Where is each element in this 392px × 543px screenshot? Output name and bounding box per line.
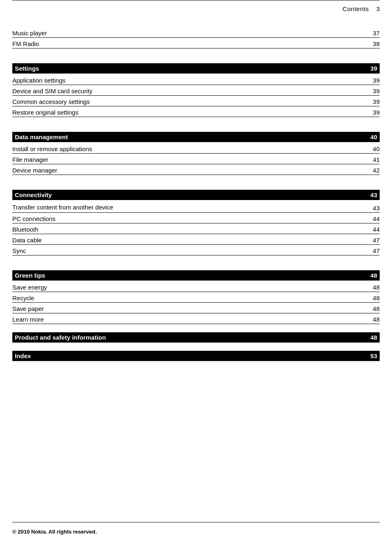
toc-entry: Data cable 47 [12,235,380,245]
toc-entry-label: Application settings [12,77,369,84]
footer-text: © 2010 Nokia. All rights reserved. [12,529,97,535]
toc-entry-label: Save energy [12,284,369,291]
toc-entry: PC connections 44 [12,214,380,223]
toc-entry-label: Learn more [12,316,369,323]
toc-entry: Sync 47 [12,246,380,255]
toc-entry-page: 39 [369,77,380,84]
toc-entry-page: 47 [369,247,380,254]
section-header-page: 48 [370,334,377,341]
toc-entry: Learn more 48 [12,314,380,324]
section-header: Settings 39 [12,63,380,74]
toc-entry-page: 40 [369,145,380,152]
toc-entry: Recycle 48 [12,293,380,303]
section-header-page: 48 [370,272,377,279]
section-header-page: 40 [370,133,377,140]
section-header-label: Green tips [15,272,45,279]
toc-entry-page: 48 [369,284,380,291]
toc-entry: File manager 41 [12,154,380,164]
section-header: Data management 40 [12,132,380,142]
header-title: Contents [343,5,369,12]
footer-area: © 2010 Nokia. All rights reserved. [12,529,380,535]
section-header-label: Index [15,352,31,359]
header-area: Contents 3 [0,0,392,16]
section-header-page: 39 [370,65,377,72]
toc-entry: Device and SIM card security 39 [12,86,380,96]
section-header: Connectivity 43 [12,190,380,200]
section-header: Green tips 48 [12,270,380,281]
toc-entry-page: 38 [369,40,380,47]
toc-entry: Application settings 39 [12,75,380,85]
toc-entry-page: 48 [369,295,380,301]
toc-entry-label: Sync [12,247,369,254]
section-header: Index 53 [12,351,380,361]
intro-entries: Music player 37 FM Radio 38 [12,28,380,48]
toc-entry-page: 47 [369,237,380,244]
section-header-label: Settings [15,65,39,72]
toc-entry: Transfer content from another device 43 [12,202,380,213]
toc-entry-label: FM Radio [12,40,369,47]
toc-entry-page: 48 [369,316,380,323]
section-header: Product and safety information 48 [12,332,380,343]
toc-entry: Install or remove applications 40 [12,144,380,154]
toc-entry-page: 39 [369,98,380,105]
toc-entry-page: 43 [369,205,380,212]
toc-entry-label: Device manager [12,167,369,174]
toc-entry: Common accessory settings 39 [12,97,380,106]
toc-entry-label: Restore original settings [12,109,369,116]
toc-entry-label: Device and SIM card security [12,87,369,94]
toc-entry-label: Save paper [12,305,369,312]
toc-entry-page: 39 [369,87,380,94]
toc-entry-label: File manager [12,156,369,163]
content-area: Music player 37 FM Radio 38 Settings 39 … [0,16,392,396]
toc-entry-label: Common accessory settings [12,98,369,105]
section-header-label: Connectivity [15,191,52,198]
toc-entry: Music player 37 [12,28,380,38]
toc-entry-label: PC connections [12,215,369,222]
toc-entry-label: Recycle [12,295,369,301]
footer-rule [12,522,380,522]
toc-entry-label: Bluetooth [12,226,369,233]
page-container: Contents 3 Music player 37 FM Radio 38 S… [0,0,392,543]
toc-entry-label: Music player [12,30,369,37]
toc-entry-label: Data cable [12,237,369,244]
toc-entry: Bluetooth 44 [12,224,380,234]
toc-entry-page: 41 [369,156,380,163]
header-page-num: 3 [376,5,380,12]
toc-entry-page: 44 [369,226,380,233]
toc-entry-page: 37 [369,30,380,37]
sections-container: Settings 39 Application settings 39 Devi… [12,63,380,361]
section-header-label: Product and safety information [15,334,106,341]
toc-entry: Save energy 48 [12,282,380,292]
toc-entry-label: Install or remove applications [12,145,369,152]
toc-entry: Restore original settings 39 [12,107,380,117]
toc-entry: FM Radio 38 [12,39,380,48]
section-header-page: 43 [370,191,377,198]
toc-entry-label: Transfer content from another device [12,203,369,212]
toc-entry: Save paper 48 [12,304,380,313]
section-header-page: 53 [370,352,377,359]
toc-entry: Device manager 42 [12,165,380,175]
toc-entry-page: 42 [369,167,380,174]
toc-entry-page: 48 [369,305,380,312]
section-header-label: Data management [15,133,68,140]
toc-entry-page: 44 [369,215,380,222]
toc-entry-page: 39 [369,109,380,116]
